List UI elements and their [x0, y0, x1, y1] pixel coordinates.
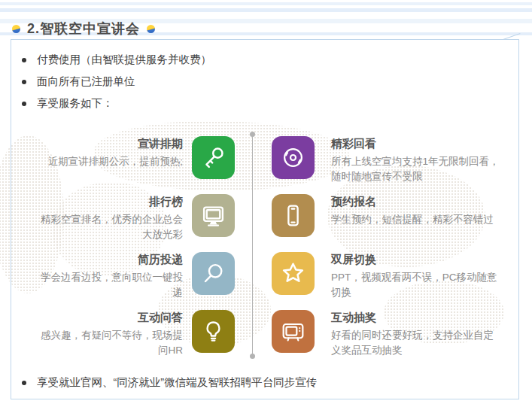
page-title: 2.智联空中宣讲会: [12, 20, 155, 38]
feature-replay: 精彩回看 所有上线空宣均支持1年无限制回看，随时随地宣传不受限: [272, 136, 502, 179]
feature-ranking: 排行榜 精彩空宣排名，优秀的企业总会大放光彩: [32, 194, 235, 237]
feature-title: 宣讲排期: [32, 137, 183, 151]
bullet-item: 享受服务如下：: [22, 98, 211, 109]
bullet-dot: [22, 58, 26, 62]
feature-title: 简历投递: [32, 253, 183, 267]
ruled-line: [0, 8, 532, 12]
feature-desc: 学生预约，短信提醒，精彩不容错过: [331, 212, 501, 227]
feature-resume: 简历投递 学会边看边投，意向职位一键投递: [32, 252, 235, 295]
feature-title: 预约报名: [331, 195, 501, 209]
feature-desc: 学会边看边投，意向职位一键投递: [32, 270, 183, 299]
feature-title: 精彩回看: [331, 137, 501, 151]
column-divider: [252, 135, 253, 356]
feature-desc: 精彩空宣排名，优秀的企业总会大放光彩: [32, 212, 183, 241]
features-left-column: 宣讲排期 近期宣讲排期公示，提前预热; 排行榜 精彩空宣排名，优秀的企业总会大放…: [32, 136, 235, 353]
tv-icon: [272, 310, 315, 353]
page: 2.智联空中宣讲会 付费使用（由智联提供服务并收费） 面向所有已注册单位 享受服…: [0, 0, 532, 413]
feature-desc: 所有上线空宣均支持1年无限制回看，随时随地宣传不受限: [331, 154, 501, 184]
cd-icon: [272, 136, 315, 179]
feature-title: 排行榜: [32, 195, 183, 209]
bullet-text: 享受服务如下：: [37, 98, 114, 109]
bullet-list: 付费使用（由智联提供服务并收费） 面向所有已注册单位 享受服务如下：: [22, 54, 211, 120]
feature-title: 双屏切换: [331, 253, 501, 267]
magnifier-icon: [192, 252, 235, 295]
feature-desc: PPT，视频观看两不误，PC移动随意切换: [331, 270, 501, 299]
ruled-line: [0, 2, 532, 5]
feature-lottery: 互动抽奖 好看的同时还要好玩，支持企业自定义奖品互动抽奖: [272, 310, 502, 353]
feature-desc: 近期宣讲排期公示，提前预热;: [32, 154, 183, 169]
key-bead-icon: [147, 25, 155, 33]
features-right-column: 精彩回看 所有上线空宣均支持1年无限制回看，随时随地宣传不受限 预约报名: [272, 136, 502, 353]
feature-signup: 预约报名 学生预约，短信提醒，精彩不容错过: [272, 194, 502, 237]
feature-desc: 好看的同时还要好玩，支持企业自定义奖品互动抽奖: [331, 328, 501, 357]
feature-desc: 感兴趣，有疑问不等待，现场提问HR: [32, 328, 183, 357]
phone-icon: [272, 194, 315, 237]
footer-bullet: 享受就业官网、“同济就业”微信端及智联招聘平台同步宣传: [22, 377, 317, 388]
bullet-item: 付费使用（由智联提供服务并收费）: [22, 54, 211, 65]
features-section: 宣讲排期 近期宣讲排期公示，提前预热; 排行榜 精彩空宣排名，优秀的企业总会大放…: [11, 124, 519, 359]
footer-bullet-text: 享受就业官网、“同济就业”微信端及智联招聘平台同步宣传: [37, 377, 317, 388]
star-icon: [272, 252, 315, 295]
bullet-dot: [22, 102, 26, 106]
bullet-dot: [22, 381, 26, 385]
bullet-dot: [22, 80, 26, 84]
feature-schedule: 宣讲排期 近期宣讲排期公示，提前预热;: [32, 136, 235, 179]
key-bead-icon: [12, 25, 20, 33]
content-panel: 付费使用（由智联提供服务并收费） 面向所有已注册单位 享受服务如下：: [11, 39, 519, 399]
feature-title: 互动问答: [32, 311, 183, 325]
feature-dualscreen: 双屏切换 PPT，视频观看两不误，PC移动随意切换: [272, 252, 502, 295]
lightbulb-icon: [192, 310, 235, 353]
key-icon: [192, 136, 235, 179]
bullet-text: 面向所有已注册单位: [37, 76, 135, 87]
feature-qa: 互动问答 感兴趣，有疑问不等待，现场提问HR: [32, 310, 235, 353]
feature-title: 互动抽奖: [331, 311, 501, 325]
monitor-icon: [192, 194, 235, 237]
bullet-text: 付费使用（由智联提供服务并收费）: [37, 54, 211, 65]
page-title-text: 2.智联空中宣讲会: [27, 20, 140, 38]
bullet-item: 面向所有已注册单位: [22, 76, 211, 87]
